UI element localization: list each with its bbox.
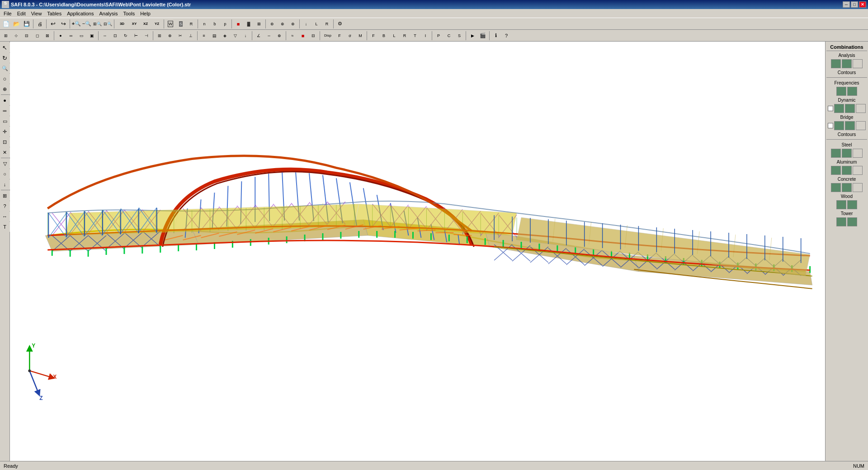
tb-view3d[interactable]: 3D [116, 19, 128, 29]
tb2-select-all[interactable]: ◻ [32, 31, 42, 41]
tb-viewxy[interactable]: XY [129, 19, 140, 29]
left-tool-zoom[interactable]: 🔍 [0, 63, 10, 73]
tb-beam-labels[interactable]: b [210, 19, 220, 29]
tb-new[interactable]: 📄 [1, 19, 11, 29]
menu-applications[interactable]: Applications [64, 10, 96, 17]
tb-viewxz[interactable]: XZ [140, 19, 151, 29]
tb2-section-cut[interactable]: S [454, 31, 464, 41]
tb2-section2[interactable]: ▤ [209, 31, 219, 41]
panel-tower-btn1[interactable] [836, 217, 846, 226]
tb-settings[interactable]: ⚙ [335, 19, 345, 29]
tb2-intersect[interactable]: ⊗ [165, 31, 175, 41]
tb2-result-stress[interactable]: σ [345, 31, 355, 41]
left-tool-select[interactable]: ↖ [0, 42, 10, 52]
menu-help[interactable]: Help [137, 10, 153, 17]
tb-save[interactable]: 💾 [22, 19, 32, 29]
left-tool-rotate[interactable]: ↻ [0, 53, 10, 63]
tb-zoom-in[interactable]: +🔍 [71, 19, 81, 29]
panel-analysis-btn1[interactable] [831, 59, 841, 68]
maximize-button[interactable]: □ [851, 1, 858, 8]
left-tool-delete[interactable]: ✕ [0, 147, 10, 157]
left-tool-support3[interactable]: ▽ [0, 159, 10, 169]
tb2-clip[interactable]: C [444, 31, 454, 41]
tb2-node[interactable]: ● [56, 31, 66, 41]
tb2-isometric[interactable]: I [420, 31, 430, 41]
tb2-top[interactable]: T [410, 31, 420, 41]
left-tool-load3[interactable]: ↓ [0, 179, 10, 189]
left-tool-node[interactable]: ● [0, 95, 10, 105]
panel-aluminum-btn2[interactable] [842, 166, 852, 175]
panel-steel-btn3[interactable] [853, 149, 863, 158]
tb-shade[interactable]: ▓ [244, 19, 254, 29]
tb2-scale[interactable]: ⊣ [142, 31, 151, 41]
left-tool-query[interactable]: ? [0, 201, 10, 211]
menu-tools[interactable]: Tools [120, 10, 137, 17]
tb-zoom-out[interactable]: −🔍 [82, 19, 92, 29]
panel-concrete-btn1[interactable] [831, 183, 841, 192]
tb2-material[interactable]: ◈ [220, 31, 230, 41]
tb2-split[interactable]: ⊥ [186, 31, 196, 41]
panel-steel-btn2[interactable] [842, 149, 852, 158]
tb-load-display[interactable]: ↓ [301, 19, 311, 29]
tb2-grid[interactable]: ⊞ [1, 31, 11, 41]
tb-node-labels[interactable]: n [199, 19, 209, 29]
tb2-length[interactable]: ↔ [264, 31, 274, 41]
tb2-ortho[interactable]: ⊟ [22, 31, 32, 41]
tb2-result-force[interactable]: F [335, 31, 344, 41]
menu-edit[interactable]: Edit [14, 10, 28, 17]
panel-analysis-btn2[interactable] [842, 59, 852, 68]
tb-print[interactable]: 🖨 [35, 19, 45, 29]
tb-section-shape[interactable]: ⊛ [267, 19, 277, 29]
panel-dynamic-check[interactable] [828, 106, 833, 111]
tb2-info[interactable]: ℹ [491, 31, 501, 41]
tb2-left[interactable]: L [389, 31, 399, 41]
panel-freq-btn2[interactable] [847, 87, 857, 96]
tb2-rotate2[interactable]: ↻ [121, 31, 131, 41]
tb-solid[interactable]: S [176, 19, 186, 29]
menu-file[interactable]: File [1, 10, 14, 17]
menu-analysis[interactable]: Analysis [96, 10, 120, 17]
tb2-back[interactable]: B [379, 31, 389, 41]
tb2-load2[interactable]: ↓ [241, 31, 250, 41]
tb-result[interactable]: R [322, 19, 332, 29]
menu-view[interactable]: View [28, 10, 45, 17]
panel-aluminum-btn3[interactable] [853, 166, 863, 175]
tb-global-axis[interactable]: ⊗ [288, 19, 298, 29]
tb2-result-disp[interactable]: Disp [321, 31, 334, 41]
tb2-support2[interactable]: ▽ [230, 31, 240, 41]
minimize-button[interactable]: ─ [843, 1, 850, 8]
tb2-group2[interactable]: ⊟ [308, 31, 318, 41]
tb2-coord[interactable]: ⊕ [274, 31, 284, 41]
panel-concrete-btn2[interactable] [842, 183, 852, 192]
tb2-animate[interactable]: ▶ [467, 31, 477, 41]
tb2-right[interactable]: R [400, 31, 410, 41]
left-tool-move2[interactable]: ✛ [0, 127, 10, 136]
tb2-angle[interactable]: ∠ [254, 31, 264, 41]
tb-plate-labels[interactable]: p [220, 19, 230, 29]
panel-steel-btn1[interactable] [831, 149, 841, 158]
panel-wood-btn2[interactable] [847, 200, 857, 209]
tb-render[interactable]: R [186, 19, 196, 29]
panel-bridge-btn1[interactable] [834, 121, 844, 130]
tb-viewyz[interactable]: YZ [151, 19, 162, 29]
tb-zoom-all[interactable]: ⊞🔍 [92, 19, 102, 29]
close-button[interactable]: ✕ [859, 1, 866, 8]
left-tool-measure2[interactable]: ↔ [0, 212, 10, 221]
tb2-move[interactable]: ↔ [100, 31, 110, 41]
tb2-color2[interactable]: ■ [298, 31, 308, 41]
tb-shrink[interactable]: ⊠ [254, 19, 264, 29]
tb2-copy2[interactable]: ⊡ [110, 31, 120, 41]
tb2-front[interactable]: F [368, 31, 378, 41]
menu-tables[interactable]: Tables [44, 10, 64, 17]
tb2-prop[interactable]: ≡ [199, 31, 209, 41]
tb2-solid[interactable]: ▣ [87, 31, 97, 41]
panel-dynamic-btn3[interactable] [856, 104, 866, 113]
tb2-help[interactable]: ? [501, 31, 511, 41]
tb2-beam[interactable]: ═ [66, 31, 76, 41]
canvas-area[interactable]: Y X Z [10, 42, 825, 461]
left-tool-copy3[interactable]: ⊡ [0, 137, 10, 147]
tb2-deselect[interactable]: ⊠ [42, 31, 52, 41]
tb-load-case[interactable]: L [311, 19, 321, 29]
left-tool-plate[interactable]: ▭ [0, 116, 10, 126]
tb2-perspective[interactable]: P [434, 31, 443, 41]
